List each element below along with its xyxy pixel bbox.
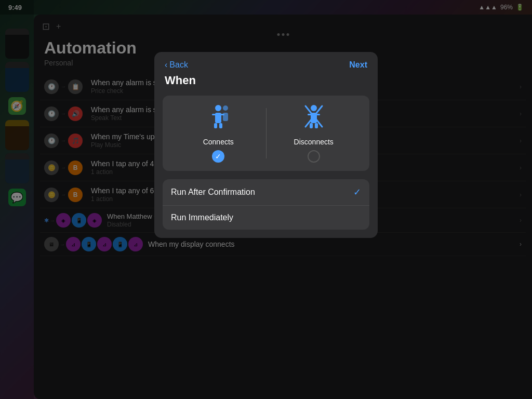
connects-option[interactable]: Connects ✓ <box>171 104 266 163</box>
run-after-check: ✓ <box>353 187 361 198</box>
run-immediately-option[interactable]: Run Immediately <box>163 206 369 230</box>
chevron-left-icon: ‹ <box>165 60 167 70</box>
next-button[interactable]: Next <box>349 60 367 70</box>
svg-rect-7 <box>223 113 228 121</box>
modal-overlay: ‹ Back Next When <box>0 0 532 399</box>
svg-rect-5 <box>219 123 222 128</box>
svg-point-8 <box>311 105 317 111</box>
svg-rect-13 <box>315 123 318 128</box>
svg-rect-4 <box>214 123 217 128</box>
svg-rect-2 <box>212 114 216 115</box>
connects-check: ✓ <box>212 150 224 163</box>
connects-label: Connects <box>203 138 234 146</box>
connection-options: Connects ✓ <box>163 96 369 171</box>
back-button[interactable]: ‹ Back <box>165 60 188 70</box>
modal-nav: ‹ Back Next <box>154 52 378 74</box>
disconnects-check <box>308 150 320 163</box>
disconnects-option[interactable]: Disconnects <box>267 104 362 163</box>
svg-rect-12 <box>310 123 313 128</box>
run-after-label: Run After Confirmation <box>171 188 255 197</box>
svg-point-6 <box>223 105 228 111</box>
run-options: Run After Confirmation ✓ Run Immediately <box>163 179 369 230</box>
modal-dialog: ‹ Back Next When <box>154 52 378 238</box>
run-after-confirmation-option[interactable]: Run After Confirmation ✓ <box>163 179 369 206</box>
modal-title: When <box>154 74 378 96</box>
disconnects-label: Disconnects <box>294 138 334 146</box>
disconnects-icon <box>303 104 324 134</box>
svg-point-0 <box>215 105 221 111</box>
connects-icon <box>208 104 229 134</box>
run-immediately-label: Run Immediately <box>171 213 233 222</box>
back-label: Back <box>169 60 188 70</box>
